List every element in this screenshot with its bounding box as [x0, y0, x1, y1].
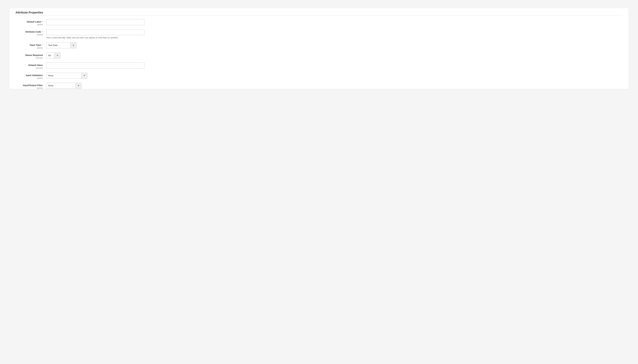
chevron-down-icon — [57, 55, 58, 56]
scope-input-validation: [global] — [16, 77, 43, 79]
attribute-code-input[interactable] — [46, 29, 144, 35]
default-value-input[interactable] — [46, 62, 144, 68]
row-default-value: Default Value [website] — [16, 62, 622, 69]
input-type-select[interactable]: Text Field — [46, 42, 76, 48]
chevron-down-icon — [84, 75, 85, 76]
label-text-io-filter: Input/Output Filter — [23, 84, 43, 87]
label-text-input-validation: Input Validation — [26, 74, 43, 76]
scope-io-filter: [global] — [16, 87, 43, 89]
row-input-validation: Input Validation [global] None — [16, 73, 622, 79]
label-text-values-required: Values Required — [25, 54, 43, 56]
label-attribute-code: Attribute Code* [global] — [16, 29, 46, 36]
input-validation-value: None — [46, 73, 81, 78]
label-input-validation: Input Validation [global] — [16, 73, 46, 79]
row-input-type: Input Type* [global] Text Field — [16, 42, 622, 49]
scope-default-value: [website] — [16, 67, 43, 69]
row-default-label: Default Label* [global] — [16, 19, 622, 26]
input-validation-select[interactable]: None — [46, 73, 87, 78]
required-mark: * — [42, 44, 43, 47]
chevron-down-icon — [78, 85, 79, 86]
input-validation-dropdown-button[interactable] — [81, 73, 87, 78]
scope-input-type: [global] — [16, 47, 43, 49]
attribute-code-hint: This is used internally. Make sure you d… — [46, 36, 622, 39]
default-label-input[interactable] — [46, 19, 144, 25]
values-required-value: No — [46, 53, 54, 58]
label-io-filter: Input/Output Filter [global] — [16, 83, 46, 89]
label-default-label: Default Label* [global] — [16, 19, 46, 26]
io-filter-dropdown-button[interactable] — [76, 83, 81, 88]
label-values-required: Values Required [website] — [16, 52, 46, 59]
label-text-attribute-code: Attribute Code — [25, 30, 41, 33]
label-text-default-value: Default Value — [29, 64, 43, 66]
scope-attribute-code: [global] — [16, 34, 43, 36]
required-mark: * — [42, 21, 43, 24]
label-input-type: Input Type* [global] — [16, 42, 46, 49]
row-io-filter: Input/Output Filter [global] None — [16, 83, 622, 89]
row-attribute-code: Attribute Code* [global] This is used in… — [16, 29, 622, 39]
panel-title: Attribute Properties — [16, 11, 622, 16]
label-text-input-type: Input Type — [30, 44, 41, 46]
io-filter-select[interactable]: None — [46, 83, 82, 89]
chevron-down-icon — [73, 45, 74, 46]
label-default-value: Default Value [website] — [16, 62, 46, 69]
label-text-default-label: Default Label — [27, 20, 41, 23]
input-type-value: Text Field — [46, 42, 70, 48]
input-type-dropdown-button[interactable] — [70, 42, 76, 48]
attribute-properties-panel: Attribute Properties Default Label* [glo… — [9, 8, 629, 89]
io-filter-value: None — [46, 83, 76, 88]
row-values-required: Values Required [website] No — [16, 52, 622, 59]
scope-default-label: [global] — [16, 24, 43, 26]
scope-values-required: [website] — [16, 57, 43, 59]
values-required-select[interactable]: No — [46, 52, 60, 58]
values-required-dropdown-button[interactable] — [54, 53, 60, 58]
required-mark: * — [42, 31, 43, 34]
